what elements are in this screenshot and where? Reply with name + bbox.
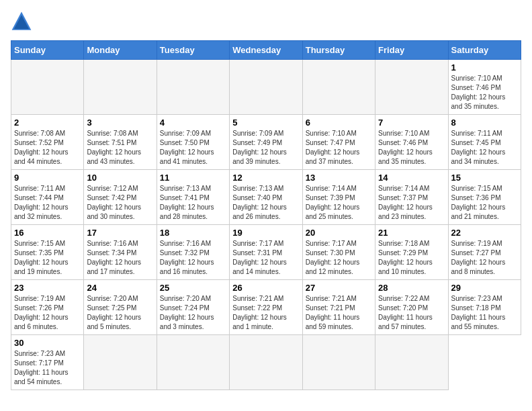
day-number: 23 (14, 283, 81, 293)
day-info: Sunrise: 7:17 AM Sunset: 7:31 PM Dayligh… (232, 239, 299, 277)
day-number: 24 (87, 283, 153, 293)
calendar-cell: 7 Sunrise: 7:10 AM Sunset: 7:46 PM Dayli… (375, 115, 448, 170)
day-number: 30 (14, 338, 81, 348)
day-number: 28 (378, 283, 445, 293)
calendar-cell: 17 Sunrise: 7:16 AM Sunset: 7:34 PM Dayl… (84, 225, 157, 280)
calendar-cell: 13 Sunrise: 7:14 AM Sunset: 7:39 PM Dayl… (302, 170, 375, 225)
calendar-cell: 30 Sunrise: 7:23 AM Sunset: 7:17 PM Dayl… (11, 335, 84, 390)
calendar-cell: 10 Sunrise: 7:12 AM Sunset: 7:42 PM Dayl… (84, 170, 157, 225)
weekday-header: Tuesday (157, 41, 229, 60)
calendar-cell: 4 Sunrise: 7:09 AM Sunset: 7:50 PM Dayli… (157, 115, 229, 170)
calendar-cell (230, 60, 302, 115)
day-number: 29 (451, 283, 518, 293)
calendar-cell (84, 60, 157, 115)
day-info: Sunrise: 7:16 AM Sunset: 7:34 PM Dayligh… (87, 239, 153, 277)
day-number: 10 (87, 173, 153, 183)
day-info: Sunrise: 7:19 AM Sunset: 7:26 PM Dayligh… (14, 294, 81, 332)
day-number: 17 (87, 228, 153, 238)
calendar-cell: 1 Sunrise: 7:10 AM Sunset: 7:46 PM Dayli… (448, 60, 521, 115)
day-info: Sunrise: 7:12 AM Sunset: 7:42 PM Dayligh… (87, 184, 153, 222)
calendar-cell: 18 Sunrise: 7:16 AM Sunset: 7:32 PM Dayl… (157, 225, 229, 280)
day-info: Sunrise: 7:14 AM Sunset: 7:39 PM Dayligh… (306, 184, 372, 222)
calendar-cell: 21 Sunrise: 7:18 AM Sunset: 7:29 PM Dayl… (375, 225, 448, 280)
day-number: 27 (306, 283, 372, 293)
day-number: 13 (306, 173, 372, 183)
calendar-cell: 19 Sunrise: 7:17 AM Sunset: 7:31 PM Dayl… (230, 225, 302, 280)
logo-icon (11, 11, 32, 32)
day-number: 8 (451, 118, 518, 128)
day-info: Sunrise: 7:20 AM Sunset: 7:25 PM Dayligh… (87, 294, 153, 332)
day-number: 21 (378, 228, 445, 238)
day-info: Sunrise: 7:11 AM Sunset: 7:45 PM Dayligh… (451, 129, 518, 167)
calendar-cell (84, 335, 157, 390)
day-number: 3 (87, 118, 153, 128)
calendar-cell: 22 Sunrise: 7:19 AM Sunset: 7:27 PM Dayl… (448, 225, 521, 280)
day-number: 5 (232, 118, 299, 128)
calendar-cell: 24 Sunrise: 7:20 AM Sunset: 7:25 PM Dayl… (84, 280, 157, 335)
day-info: Sunrise: 7:16 AM Sunset: 7:32 PM Dayligh… (160, 239, 226, 277)
calendar-cell (302, 60, 375, 115)
calendar-cell: 9 Sunrise: 7:11 AM Sunset: 7:44 PM Dayli… (11, 170, 84, 225)
calendar-cell (230, 335, 302, 390)
day-info: Sunrise: 7:17 AM Sunset: 7:30 PM Dayligh… (306, 239, 372, 277)
page-header (11, 11, 521, 32)
calendar-cell: 26 Sunrise: 7:21 AM Sunset: 7:22 PM Dayl… (230, 280, 302, 335)
calendar-cell: 29 Sunrise: 7:23 AM Sunset: 7:18 PM Dayl… (448, 280, 521, 335)
day-number: 2 (14, 118, 81, 128)
day-info: Sunrise: 7:10 AM Sunset: 7:46 PM Dayligh… (451, 74, 518, 111)
day-number: 18 (160, 228, 226, 238)
calendar-cell: 2 Sunrise: 7:08 AM Sunset: 7:52 PM Dayli… (11, 115, 84, 170)
calendar-cell: 23 Sunrise: 7:19 AM Sunset: 7:26 PM Dayl… (11, 280, 84, 335)
day-number: 19 (232, 228, 299, 238)
calendar-table: SundayMondayTuesdayWednesdayThursdayFrid… (11, 40, 521, 390)
day-number: 25 (160, 283, 226, 293)
calendar-cell: 15 Sunrise: 7:15 AM Sunset: 7:36 PM Dayl… (448, 170, 521, 225)
day-info: Sunrise: 7:23 AM Sunset: 7:18 PM Dayligh… (451, 294, 518, 332)
calendar-cell (375, 60, 448, 115)
calendar-cell: 6 Sunrise: 7:10 AM Sunset: 7:47 PM Dayli… (302, 115, 375, 170)
day-info: Sunrise: 7:21 AM Sunset: 7:21 PM Dayligh… (306, 294, 372, 332)
weekday-header: Friday (375, 41, 448, 60)
calendar-cell: 5 Sunrise: 7:09 AM Sunset: 7:49 PM Dayli… (230, 115, 302, 170)
calendar-cell (375, 335, 448, 390)
calendar-cell (157, 335, 229, 390)
day-info: Sunrise: 7:11 AM Sunset: 7:44 PM Dayligh… (14, 184, 81, 222)
calendar-cell: 27 Sunrise: 7:21 AM Sunset: 7:21 PM Dayl… (302, 280, 375, 335)
calendar-cell: 28 Sunrise: 7:22 AM Sunset: 7:20 PM Dayl… (375, 280, 448, 335)
day-number: 20 (306, 228, 372, 238)
calendar-cell (11, 60, 84, 115)
calendar-cell (157, 60, 229, 115)
calendar-cell: 20 Sunrise: 7:17 AM Sunset: 7:30 PM Dayl… (302, 225, 375, 280)
calendar-cell (302, 335, 375, 390)
logo (11, 11, 35, 32)
day-info: Sunrise: 7:13 AM Sunset: 7:41 PM Dayligh… (160, 184, 226, 222)
calendar-cell: 16 Sunrise: 7:15 AM Sunset: 7:35 PM Dayl… (11, 225, 84, 280)
day-number: 16 (14, 228, 81, 238)
calendar-cell: 8 Sunrise: 7:11 AM Sunset: 7:45 PM Dayli… (448, 115, 521, 170)
day-info: Sunrise: 7:18 AM Sunset: 7:29 PM Dayligh… (378, 239, 445, 277)
day-number: 12 (232, 173, 299, 183)
day-info: Sunrise: 7:20 AM Sunset: 7:24 PM Dayligh… (160, 294, 226, 332)
day-info: Sunrise: 7:09 AM Sunset: 7:50 PM Dayligh… (160, 129, 226, 167)
calendar-cell: 25 Sunrise: 7:20 AM Sunset: 7:24 PM Dayl… (157, 280, 229, 335)
weekday-header: Sunday (11, 41, 84, 60)
day-number: 4 (160, 118, 226, 128)
day-number: 9 (14, 173, 81, 183)
day-number: 6 (306, 118, 372, 128)
day-number: 15 (451, 173, 518, 183)
day-info: Sunrise: 7:13 AM Sunset: 7:40 PM Dayligh… (232, 184, 299, 222)
day-info: Sunrise: 7:10 AM Sunset: 7:46 PM Dayligh… (378, 129, 445, 167)
weekday-header: Thursday (302, 41, 375, 60)
day-info: Sunrise: 7:08 AM Sunset: 7:51 PM Dayligh… (87, 129, 153, 167)
day-number: 1 (451, 62, 518, 73)
day-info: Sunrise: 7:14 AM Sunset: 7:37 PM Dayligh… (378, 184, 445, 222)
day-number: 26 (232, 283, 299, 293)
day-info: Sunrise: 7:15 AM Sunset: 7:36 PM Dayligh… (451, 184, 518, 222)
day-info: Sunrise: 7:22 AM Sunset: 7:20 PM Dayligh… (378, 294, 445, 332)
calendar-cell: 14 Sunrise: 7:14 AM Sunset: 7:37 PM Dayl… (375, 170, 448, 225)
day-info: Sunrise: 7:19 AM Sunset: 7:27 PM Dayligh… (451, 239, 518, 277)
day-info: Sunrise: 7:09 AM Sunset: 7:49 PM Dayligh… (232, 129, 299, 167)
day-number: 14 (378, 173, 445, 183)
day-info: Sunrise: 7:23 AM Sunset: 7:17 PM Dayligh… (14, 349, 81, 387)
day-number: 22 (451, 228, 518, 238)
